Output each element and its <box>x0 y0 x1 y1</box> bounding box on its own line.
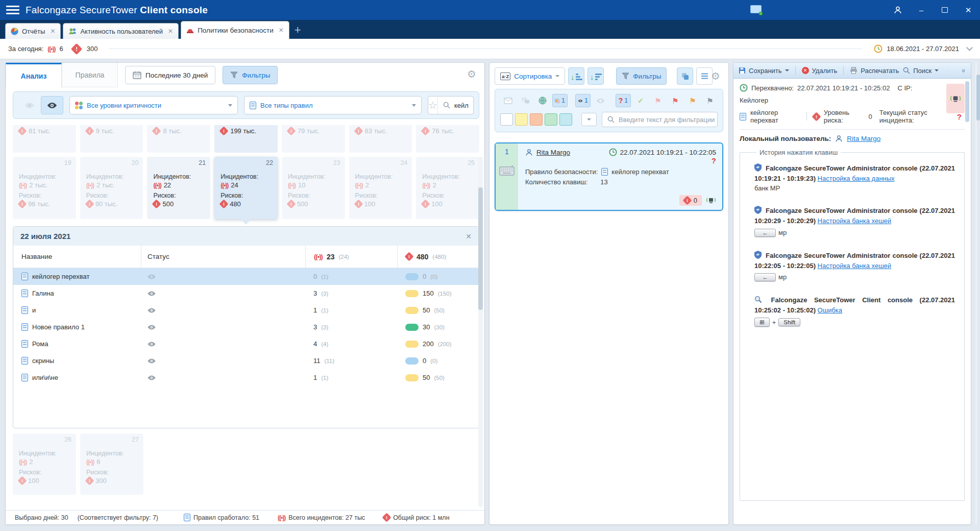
tab-close-icon[interactable]: ✕ <box>50 28 55 35</box>
filter-flag-deferred-button[interactable]: ⚑ <box>650 94 666 107</box>
tab-user-activity[interactable]: Активность пользователей ✕ <box>63 23 179 39</box>
filter-media-button[interactable]: 1 <box>552 94 568 107</box>
filter-messenger-button[interactable] <box>518 94 533 107</box>
close-button[interactable]: ✕ <box>957 0 980 20</box>
visibility-icon[interactable] <box>147 324 156 330</box>
calendar-day-cell[interactable]: 20 Инцидентов: ((•))2 тыс. Рисков: 90 ты… <box>80 157 143 219</box>
group-view-button[interactable] <box>677 67 693 85</box>
filter-flag-gray-button[interactable]: ⚑ <box>702 94 718 107</box>
visibility-icon[interactable] <box>147 375 156 381</box>
column-name[interactable]: Название <box>13 253 141 260</box>
filters-button[interactable]: Фильтры <box>616 67 667 85</box>
rule-type-dropdown[interactable]: Все типы правил <box>244 96 422 114</box>
calendar-day-cell-selected[interactable]: 22 Инцидентов: ((•))24 Рисков: 480 <box>214 157 278 219</box>
color-mark-yellow-button[interactable] <box>515 113 528 126</box>
delete-button[interactable]: ✕ Удалить <box>802 67 838 75</box>
calendar-day-cell[interactable]: 9 тыс. <box>80 125 143 153</box>
calendar-day-cell[interactable]: 79 тыс. <box>282 125 345 153</box>
keystroke-entry[interactable]: Falcongaze SecureTower Administrator con… <box>754 251 955 281</box>
incident-status-question-icon[interactable]: ? <box>525 156 716 165</box>
filter-viewed-button[interactable]: 1 <box>575 94 591 107</box>
table-row[interactable]: скрины 11(11) 0(0) <box>13 352 479 369</box>
period-button[interactable]: Последние 30 дней <box>125 66 215 84</box>
calendar-day-cell[interactable]: 76 тыс. <box>416 125 479 153</box>
visibility-icon[interactable] <box>147 341 156 347</box>
window-title-link[interactable]: Настройка банка хешей <box>818 262 892 270</box>
sort-descending-button[interactable]: ↓ <box>587 67 604 85</box>
user-session-icon[interactable] <box>886 0 910 20</box>
window-title-link[interactable]: Ошибка <box>818 306 842 314</box>
sort-ascending-button[interactable]: ↓ <box>568 67 584 85</box>
filter-mail-button[interactable] <box>500 94 516 107</box>
minimize-button[interactable]: – <box>910 0 933 20</box>
color-mark-white-button[interactable] <box>500 113 513 126</box>
rule-search-input[interactable] <box>454 102 474 109</box>
filter-unviewed-button[interactable] <box>593 94 608 107</box>
calendar-day-cell[interactable]: 81 тыс. <box>13 125 76 153</box>
window-title-link[interactable]: Настройка банка хешей <box>818 217 892 225</box>
color-mark-dropdown[interactable] <box>581 113 597 126</box>
incident-status-question-icon[interactable]: ? <box>957 112 962 121</box>
filter-status-question-button[interactable]: ? 1 <box>616 94 631 107</box>
calendar-day-cell[interactable]: 27 Инцидентов: ((•))6 Рисков: 300 <box>80 433 143 495</box>
criticality-dropdown[interactable]: Все уровни критичности <box>69 96 238 114</box>
search-button[interactable]: Поиск <box>903 67 939 75</box>
calendar-day-cell[interactable]: 25 Инцидентов: ((•))2 Рисков: 100 <box>416 157 479 219</box>
filter-status-approved-button[interactable]: ✓ <box>633 94 648 107</box>
table-row[interactable]: или\и\не 1(1) 50(50) <box>13 369 479 386</box>
incident-card[interactable]: 1 Rita Margo 22.07.2021 10:19:21 - 10:22… <box>495 142 723 211</box>
column-status[interactable]: Статус <box>141 246 305 268</box>
calendar-day-cell[interactable]: 199 тыс. <box>214 125 278 153</box>
collapse-toolbar-icon[interactable]: » <box>960 68 968 72</box>
calendar-day-cell[interactable]: 21 Инцидентов: ((•))22 Рисков: 500 <box>147 157 210 219</box>
local-user-link[interactable]: Rita Margo <box>847 135 880 142</box>
date-range[interactable]: 18.06.2021 - 27.07.2021 <box>887 45 959 53</box>
calendar-day-cell[interactable]: 23 Инцидентов: ((•))10 Рисков: 500 <box>282 157 345 219</box>
tab-reports[interactable]: Отчёты ✕ <box>5 23 61 39</box>
window-title-link[interactable]: Настройка банка данных <box>818 175 895 182</box>
calendar-day-cell[interactable]: 83 тыс. <box>349 125 412 153</box>
table-row[interactable]: Галина 3(3) 150(150) <box>13 285 479 302</box>
color-mark-orange-button[interactable] <box>530 113 543 126</box>
calendar-day-cell[interactable]: 26 Инцидентов: ((•))2 Рисков: 100 <box>13 433 76 495</box>
maximize-button[interactable] <box>933 0 957 20</box>
panel-settings-gear-icon[interactable]: ⚙ <box>467 69 476 79</box>
show-all-toggle[interactable] <box>41 96 63 114</box>
print-button[interactable]: Распечатать <box>850 67 899 75</box>
detail-scrollbar[interactable] <box>965 81 969 122</box>
calendar-day-cell[interactable]: 19 Инцидентов: ((•))2 тыс. Рисков: 96 ты… <box>13 157 76 219</box>
chevron-down-icon[interactable] <box>966 44 973 51</box>
visibility-icon[interactable] <box>147 307 156 313</box>
sort-button[interactable]: a·Z Сортировка <box>495 67 565 85</box>
keystroke-entry[interactable]: Falcongaze SecureTower Administrator con… <box>754 206 955 236</box>
server-status-icon[interactable] <box>750 5 764 15</box>
table-row[interactable]: Рома 4(4) 200(200) <box>13 335 479 352</box>
new-tab-button[interactable]: + <box>291 23 306 39</box>
calendar-day-cell[interactable]: 24 Инцидентов: ((•))2 Рисков: 100 <box>349 157 412 219</box>
visibility-icon[interactable] <box>147 274 156 280</box>
menu-hamburger-icon[interactable] <box>0 0 26 20</box>
filter-flag-red-button[interactable]: ⚑ <box>668 94 683 107</box>
favorites-star-icon[interactable]: ☆ <box>428 96 438 114</box>
filters-button[interactable]: Фильтры <box>223 66 278 84</box>
filter-web-button[interactable] <box>535 94 550 107</box>
table-row[interactable]: Новое правило 1 3(3) 30(30) <box>13 319 479 335</box>
tab-close-icon[interactable]: ✕ <box>279 27 284 34</box>
color-mark-teal-button[interactable] <box>559 113 572 126</box>
tab-close-icon[interactable]: ✕ <box>168 28 173 35</box>
filter-flag-orange-button[interactable]: ⚑ <box>685 94 700 107</box>
calendar-day-cell[interactable]: 8 тыс. <box>147 125 210 153</box>
table-row[interactable]: и 1(1) 50(50) <box>13 302 479 319</box>
keystroke-entry[interactable]: Falcongaze SecureTower Administrator con… <box>754 163 955 192</box>
left-panel-scrollbar[interactable] <box>478 157 483 507</box>
column-incidents[interactable]: ((•)) 23 (24) <box>305 246 397 268</box>
color-mark-green-button[interactable] <box>545 113 557 126</box>
hide-disabled-toggle[interactable] <box>18 96 41 114</box>
close-day-detail-icon[interactable]: ✕ <box>465 232 472 240</box>
save-button[interactable]: Сохранить <box>739 67 789 75</box>
column-risk[interactable]: 480 (480) <box>397 246 479 268</box>
table-row[interactable]: кейлогер перехват 0(1) 0(0) <box>13 268 479 285</box>
visibility-icon[interactable] <box>147 291 156 297</box>
incident-search-input[interactable] <box>619 116 717 124</box>
tab-analysis[interactable]: Анализ <box>6 63 62 87</box>
